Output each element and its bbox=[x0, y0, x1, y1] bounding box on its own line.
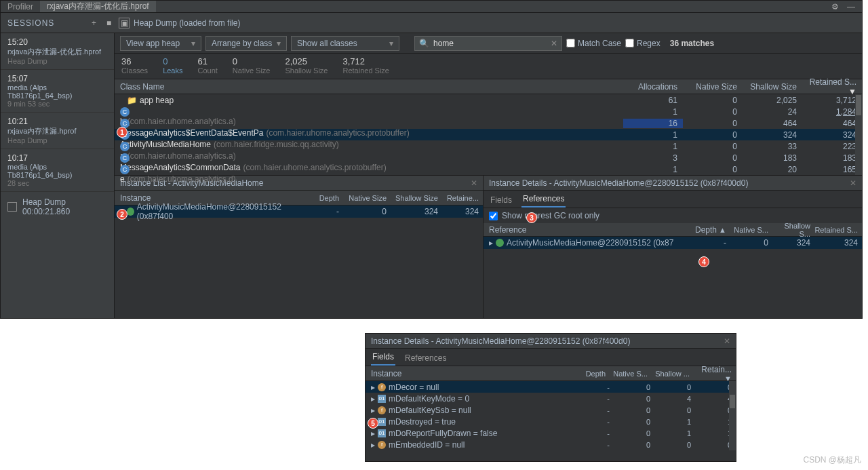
col-allocations[interactable]: Allocations bbox=[623, 82, 683, 92]
close-icon[interactable]: ✕ bbox=[724, 336, 730, 346]
class-row[interactable]: Ce(com.haier.uhome.analytics.d)1020165 bbox=[115, 163, 862, 175]
heap-dump-item[interactable]: Heap Dump 00:00:21.860 bbox=[1, 192, 114, 222]
class-table-body: 📁app heap6102,0253,712Cb(com.haier.uhome… bbox=[115, 94, 862, 175]
badge-2: 2 bbox=[117, 209, 127, 220]
search-input[interactable] bbox=[433, 39, 547, 48]
col-retained-size[interactable]: Retained S... ▼ bbox=[802, 77, 862, 96]
instance-list-pane: Instance List - ActivityMusicMediaHome✕ … bbox=[115, 176, 484, 318]
toolbar: SESSIONS + ■ ▣ Heap Dump (loaded from fi… bbox=[1, 13, 862, 33]
stop-session-icon[interactable]: ■ bbox=[104, 18, 115, 28]
close-icon[interactable]: ✕ bbox=[850, 178, 856, 188]
tab-references[interactable]: References bbox=[403, 351, 448, 366]
sessions-label: SESSIONS bbox=[7, 18, 54, 28]
instance-icon bbox=[127, 208, 134, 216]
capture-icon[interactable]: ▣ bbox=[119, 18, 130, 28]
field-row[interactable]: ▸fmEmbeddedID = null-000 bbox=[366, 439, 736, 450]
arrange-dropdown[interactable]: Arrange by class▾ bbox=[205, 36, 287, 51]
tab-fields[interactable]: Fields bbox=[371, 349, 395, 366]
col-instance[interactable]: Instance bbox=[371, 369, 576, 378]
col-native-size[interactable]: Native Size bbox=[683, 82, 743, 92]
tab-file[interactable]: rxjava内存泄漏-优化后.hprof bbox=[40, 1, 156, 12]
col-native[interactable]: Native S... bbox=[610, 370, 652, 378]
stats-bar: 36Classes0Leaks61Count0Native Size2,025S… bbox=[115, 54, 862, 79]
tab-bar: Profiler rxjava内存泄漏-优化后.hprof ⚙ — bbox=[1, 1, 862, 13]
badge-3: 3 bbox=[526, 212, 537, 223]
heap-dump-title: Heap Dump bbox=[22, 197, 70, 207]
field-row[interactable]: ▸fmDecor = null-000 bbox=[366, 381, 736, 393]
regex-checkbox[interactable]: Regex bbox=[625, 39, 660, 48]
detached-instance-details: Instance Details - ActivityMusicMediaHom… bbox=[365, 333, 736, 462]
stat-item: 2,025Shallow Size bbox=[285, 56, 328, 76]
stat-item: 3,712Retained Size bbox=[342, 56, 389, 76]
show-classes-dropdown[interactable]: Show all classes▾ bbox=[291, 36, 399, 51]
badge-4: 4 bbox=[698, 256, 709, 267]
col-depth[interactable]: Depth bbox=[576, 370, 610, 378]
session-item[interactable]: 10:17media (Alps Tb8176p1_64_bsp)28 sec bbox=[1, 149, 114, 192]
col-reference[interactable]: Reference bbox=[489, 225, 688, 235]
col-native[interactable]: Native Size bbox=[343, 194, 391, 202]
scrollbar[interactable] bbox=[729, 381, 736, 450]
watermark: CSDN @杨超凡 bbox=[803, 454, 861, 466]
controls-bar: View app heap▾ Arrange by class▾ Show al… bbox=[115, 33, 862, 54]
col-instance[interactable]: Instance bbox=[120, 193, 302, 203]
gc-root-checkbox[interactable] bbox=[489, 212, 498, 220]
heap-dump-time: 00:00:21.860 bbox=[22, 207, 70, 216]
field-row[interactable]: ▸01mDoReportFullyDrawn = false-011 bbox=[366, 427, 736, 439]
badge-5: 5 bbox=[368, 418, 378, 429]
col-shallow-size[interactable]: Shallow Size bbox=[743, 82, 802, 92]
scrollbar[interactable] bbox=[855, 94, 862, 175]
chevron-down-icon: ▾ bbox=[277, 39, 281, 48]
tab-references[interactable]: References bbox=[521, 191, 566, 208]
stat-item: 0Native Size bbox=[233, 56, 271, 76]
field-row[interactable]: ▸01mDestroyed = true-011 bbox=[366, 416, 736, 427]
stat-item: 36Classes bbox=[121, 56, 148, 76]
tab-fields[interactable]: Fields bbox=[489, 193, 513, 208]
session-item[interactable]: 15:07media (Alps Tb8176p1_64_bsp)9 min 5… bbox=[1, 70, 114, 113]
col-retained[interactable]: Retaine... bbox=[442, 194, 483, 202]
clear-search-icon[interactable]: ✕ bbox=[551, 39, 557, 48]
col-depth[interactable]: Depth bbox=[302, 194, 343, 202]
stat-item: 0Leaks bbox=[163, 56, 182, 76]
col-shallow[interactable]: Shallow Size bbox=[391, 194, 442, 202]
match-case-checkbox[interactable]: Match Case bbox=[566, 39, 621, 48]
instance-details-pane: Instance Details - ActivityMusicMediaHom… bbox=[484, 176, 862, 318]
tab-profiler[interactable]: Profiler bbox=[1, 2, 40, 12]
heap-dump-label: Heap Dump (loaded from file) bbox=[134, 18, 240, 28]
badge-1: 1 bbox=[117, 127, 127, 138]
col-shallow[interactable]: Shallow ... bbox=[652, 370, 694, 378]
chevron-down-icon: ▾ bbox=[389, 39, 393, 48]
stat-item: 61Count bbox=[197, 56, 217, 76]
search-box[interactable]: 🔍 ✕ bbox=[414, 36, 562, 51]
field-row[interactable]: ▸fmDefaultKeySsb = null-000 bbox=[366, 404, 736, 416]
gear-icon[interactable]: ⚙ bbox=[829, 1, 840, 12]
col-class-name[interactable]: Class Name bbox=[120, 82, 623, 92]
col-retained[interactable]: Retain... ▼ bbox=[694, 365, 736, 383]
instance-icon bbox=[496, 239, 504, 247]
search-icon: 🔍 bbox=[419, 39, 429, 48]
expand-icon[interactable]: ▸ bbox=[489, 238, 493, 248]
minimize-icon[interactable]: — bbox=[846, 1, 856, 12]
gc-root-label: Show nearest GC root only bbox=[502, 211, 599, 220]
view-heap-dropdown[interactable]: View app heap▾ bbox=[120, 36, 201, 51]
col-shallow[interactable]: Shallow S... bbox=[772, 222, 814, 238]
matches-count: 36 matches bbox=[670, 39, 714, 48]
session-item[interactable]: 10:21rxjava内存泄漏.hprofHeap Dump bbox=[1, 113, 114, 149]
instance-row[interactable]: ▸ActivityMusicMediaHome@2280915152 (0x87… bbox=[115, 205, 483, 218]
heap-dump-icon bbox=[7, 202, 17, 212]
reference-row[interactable]: ▸ActivityMusicMediaHome@2280915152 (0x87… bbox=[484, 237, 862, 249]
col-depth[interactable]: Depth ▲ bbox=[688, 225, 730, 235]
col-retained[interactable]: Retained S... bbox=[814, 226, 862, 234]
session-item[interactable]: 15:20rxjava内存泄漏-优化后.hprofHeap Dump bbox=[1, 33, 114, 70]
chevron-down-icon: ▾ bbox=[191, 39, 195, 48]
class-table-header: Class Name Allocations Native Size Shall… bbox=[115, 79, 862, 94]
instance-details-title: Instance Details - ActivityMusicMediaHom… bbox=[371, 336, 630, 346]
add-session-icon[interactable]: + bbox=[89, 18, 100, 28]
sessions-panel: 15:20rxjava内存泄漏-优化后.hprofHeap Dump15:07m… bbox=[1, 33, 115, 318]
col-native[interactable]: Native S... bbox=[730, 226, 772, 234]
field-row[interactable]: ▸01mDefaultKeyMode = 0-044 bbox=[366, 393, 736, 404]
